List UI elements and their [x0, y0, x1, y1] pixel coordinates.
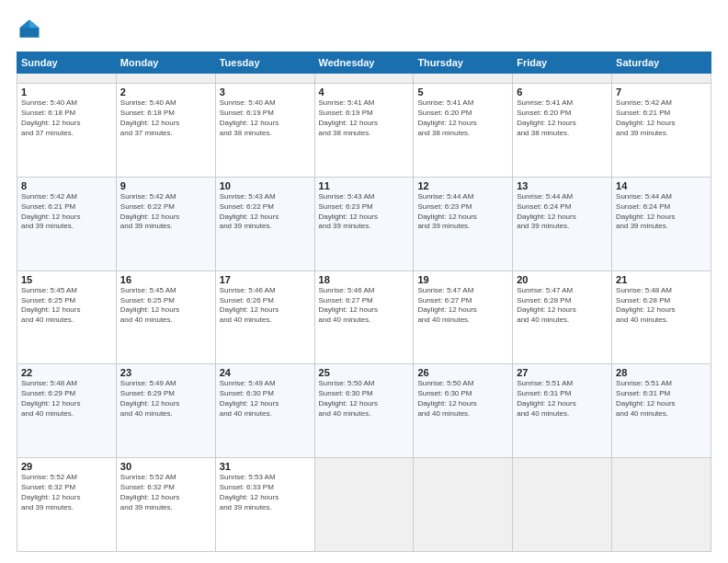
day-detail: Sunrise: 5:42 AM Sunset: 6:22 PM Dayligh… [120, 192, 211, 232]
day-detail: Sunrise: 5:43 AM Sunset: 6:22 PM Dayligh… [220, 192, 311, 232]
day-number: 16 [120, 274, 211, 285]
day-detail: Sunrise: 5:51 AM Sunset: 6:31 PM Dayligh… [517, 379, 608, 419]
day-detail: Sunrise: 5:50 AM Sunset: 6:30 PM Dayligh… [417, 379, 508, 419]
day-number: 12 [417, 180, 508, 191]
calendar-cell: 6Sunrise: 5:41 AM Sunset: 6:20 PM Daylig… [513, 84, 612, 178]
day-number: 29 [21, 461, 112, 472]
calendar-cell: 11Sunrise: 5:43 AM Sunset: 6:23 PM Dayli… [314, 178, 414, 271]
col-header-saturday: Saturday [612, 52, 711, 74]
calendar-header-row: SundayMondayTuesdayWednesdayThursdayFrid… [17, 52, 711, 74]
col-header-tuesday: Tuesday [215, 52, 314, 74]
day-detail: Sunrise: 5:46 AM Sunset: 6:26 PM Dayligh… [220, 286, 311, 326]
day-number: 28 [616, 367, 707, 378]
day-detail: Sunrise: 5:41 AM Sunset: 6:20 PM Dayligh… [517, 98, 608, 138]
logo-icon [17, 17, 42, 42]
day-number: 25 [319, 367, 410, 378]
day-detail: Sunrise: 5:47 AM Sunset: 6:28 PM Dayligh… [517, 286, 608, 326]
calendar-cell: 18Sunrise: 5:46 AM Sunset: 6:27 PM Dayli… [314, 270, 414, 364]
calendar-table: SundayMondayTuesdayWednesdayThursdayFrid… [17, 52, 711, 552]
calendar-cell: 1Sunrise: 5:40 AM Sunset: 6:18 PM Daylig… [17, 84, 117, 178]
day-number: 6 [517, 86, 608, 98]
calendar-cell: 29Sunrise: 5:52 AM Sunset: 6:32 PM Dayli… [17, 458, 117, 552]
calendar-cell: 15Sunrise: 5:45 AM Sunset: 6:25 PM Dayli… [17, 270, 117, 364]
calendar-week-1: 1Sunrise: 5:40 AM Sunset: 6:18 PM Daylig… [17, 84, 711, 178]
day-detail: Sunrise: 5:42 AM Sunset: 6:21 PM Dayligh… [21, 192, 112, 232]
col-header-friday: Friday [513, 52, 612, 74]
day-number: 1 [21, 86, 112, 98]
day-number: 5 [417, 86, 508, 98]
calendar-cell: 17Sunrise: 5:46 AM Sunset: 6:26 PM Dayli… [215, 270, 314, 364]
day-number: 18 [319, 274, 410, 285]
day-number: 3 [220, 86, 311, 98]
calendar-cell: 2Sunrise: 5:40 AM Sunset: 6:18 PM Daylig… [116, 84, 215, 178]
calendar-cell: 19Sunrise: 5:47 AM Sunset: 6:27 PM Dayli… [414, 270, 513, 364]
col-header-thursday: Thursday [414, 52, 513, 74]
day-number: 30 [120, 461, 211, 472]
day-detail: Sunrise: 5:41 AM Sunset: 6:20 PM Dayligh… [417, 98, 508, 138]
day-detail: Sunrise: 5:49 AM Sunset: 6:30 PM Dayligh… [220, 379, 311, 419]
col-header-sunday: Sunday [17, 52, 117, 74]
day-detail: Sunrise: 5:52 AM Sunset: 6:32 PM Dayligh… [21, 473, 112, 512]
calendar-cell: 14Sunrise: 5:44 AM Sunset: 6:24 PM Dayli… [612, 178, 711, 271]
calendar-cell: 25Sunrise: 5:50 AM Sunset: 6:30 PM Dayli… [314, 364, 414, 458]
calendar-cell: 20Sunrise: 5:47 AM Sunset: 6:28 PM Dayli… [513, 270, 612, 364]
calendar-week-0 [17, 74, 711, 84]
day-number: 9 [120, 180, 211, 191]
calendar-cell: 24Sunrise: 5:49 AM Sunset: 6:30 PM Dayli… [215, 364, 314, 458]
day-number: 14 [616, 180, 707, 191]
calendar-cell: 8Sunrise: 5:42 AM Sunset: 6:21 PM Daylig… [17, 178, 117, 271]
day-detail: Sunrise: 5:48 AM Sunset: 6:29 PM Dayligh… [21, 379, 112, 419]
calendar-cell [116, 74, 215, 84]
day-number: 24 [220, 367, 311, 378]
day-number: 27 [517, 367, 608, 378]
calendar-cell: 26Sunrise: 5:50 AM Sunset: 6:30 PM Dayli… [414, 364, 513, 458]
day-number: 2 [120, 86, 211, 98]
day-detail: Sunrise: 5:42 AM Sunset: 6:21 PM Dayligh… [616, 98, 707, 138]
day-number: 31 [220, 461, 311, 472]
day-number: 15 [21, 274, 112, 285]
calendar-cell: 31Sunrise: 5:53 AM Sunset: 6:33 PM Dayli… [215, 458, 314, 552]
calendar-cell [17, 74, 117, 84]
calendar-cell: 16Sunrise: 5:45 AM Sunset: 6:25 PM Dayli… [116, 270, 215, 364]
day-number: 7 [616, 86, 707, 98]
day-detail: Sunrise: 5:48 AM Sunset: 6:28 PM Dayligh… [616, 286, 707, 326]
day-detail: Sunrise: 5:41 AM Sunset: 6:19 PM Dayligh… [319, 98, 410, 138]
day-number: 19 [417, 274, 508, 285]
calendar-week-4: 22Sunrise: 5:48 AM Sunset: 6:29 PM Dayli… [17, 364, 711, 458]
day-number: 13 [517, 180, 608, 191]
calendar-cell: 10Sunrise: 5:43 AM Sunset: 6:22 PM Dayli… [215, 178, 314, 271]
calendar-week-5: 29Sunrise: 5:52 AM Sunset: 6:32 PM Dayli… [17, 458, 711, 552]
day-number: 26 [417, 367, 508, 378]
day-number: 20 [517, 274, 608, 285]
day-detail: Sunrise: 5:45 AM Sunset: 6:25 PM Dayligh… [120, 286, 211, 326]
calendar-cell: 28Sunrise: 5:51 AM Sunset: 6:31 PM Dayli… [612, 364, 711, 458]
day-detail: Sunrise: 5:47 AM Sunset: 6:27 PM Dayligh… [417, 286, 508, 326]
calendar-cell: 5Sunrise: 5:41 AM Sunset: 6:20 PM Daylig… [414, 84, 513, 178]
page: SundayMondayTuesdayWednesdayThursdayFrid… [0, 0, 728, 563]
calendar-cell [414, 458, 513, 552]
calendar-cell: 7Sunrise: 5:42 AM Sunset: 6:21 PM Daylig… [612, 84, 711, 178]
calendar-cell [513, 74, 612, 84]
day-detail: Sunrise: 5:40 AM Sunset: 6:18 PM Dayligh… [120, 98, 211, 138]
logo [17, 17, 46, 42]
calendar-cell [314, 458, 414, 552]
day-number: 11 [319, 180, 410, 191]
col-header-wednesday: Wednesday [314, 52, 414, 74]
calendar-cell [612, 74, 711, 84]
svg-marker-1 [29, 20, 40, 29]
calendar-cell [215, 74, 314, 84]
day-detail: Sunrise: 5:43 AM Sunset: 6:23 PM Dayligh… [319, 192, 410, 232]
day-number: 21 [616, 274, 707, 285]
day-number: 22 [21, 367, 112, 378]
day-detail: Sunrise: 5:45 AM Sunset: 6:25 PM Dayligh… [21, 286, 112, 326]
day-number: 17 [220, 274, 311, 285]
col-header-monday: Monday [116, 52, 215, 74]
day-number: 4 [319, 86, 410, 98]
day-detail: Sunrise: 5:51 AM Sunset: 6:31 PM Dayligh… [616, 379, 707, 419]
calendar-cell: 9Sunrise: 5:42 AM Sunset: 6:22 PM Daylig… [116, 178, 215, 271]
calendar-cell: 27Sunrise: 5:51 AM Sunset: 6:31 PM Dayli… [513, 364, 612, 458]
day-number: 23 [120, 367, 211, 378]
day-detail: Sunrise: 5:49 AM Sunset: 6:29 PM Dayligh… [120, 379, 211, 419]
calendar-cell: 21Sunrise: 5:48 AM Sunset: 6:28 PM Dayli… [612, 270, 711, 364]
calendar-cell: 3Sunrise: 5:40 AM Sunset: 6:19 PM Daylig… [215, 84, 314, 178]
